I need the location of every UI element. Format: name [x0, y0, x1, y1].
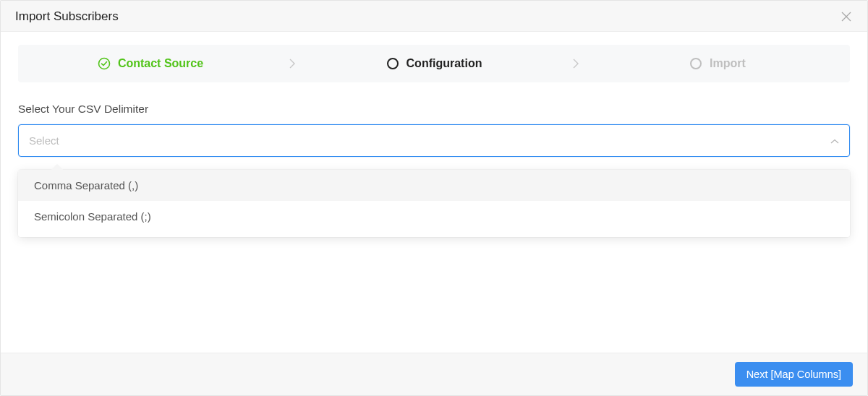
option-semicolon[interactable]: Semicolon Separated (;) — [18, 201, 850, 237]
stepper: Contact Source Configuration — [18, 45, 850, 82]
circle-icon — [386, 57, 399, 70]
option-label: Semicolon Separated (;) — [34, 210, 151, 223]
delimiter-select[interactable]: Select — [18, 124, 850, 157]
option-label: Comma Separated (,) — [34, 179, 138, 191]
chevron-right-icon — [566, 59, 585, 69]
modal-footer: Next [Map Columns] — [1, 353, 867, 395]
step-label: Configuration — [407, 57, 482, 70]
check-circle-icon — [98, 57, 111, 70]
next-button[interactable]: Next [Map Columns] — [735, 362, 853, 387]
step-configuration[interactable]: Configuration — [302, 57, 566, 70]
chevron-up-icon — [830, 134, 839, 147]
option-comma[interactable]: Comma Separated (,) — [18, 170, 850, 201]
delimiter-field-label: Select Your CSV Delimiter — [18, 103, 850, 116]
close-icon — [841, 12, 851, 22]
step-contact-source[interactable]: Contact Source — [18, 57, 283, 70]
step-import[interactable]: Import — [585, 57, 850, 70]
svg-point-3 — [388, 59, 398, 69]
import-subscribers-modal: Import Subscribers Contact Source — [0, 0, 868, 396]
close-button[interactable] — [840, 10, 853, 23]
chevron-right-icon — [283, 59, 302, 69]
step-label: Contact Source — [118, 57, 203, 70]
delimiter-select-wrap: Select Comma Separated (,) Semicolon Sep… — [18, 124, 850, 157]
modal-body: Contact Source Configuration — [1, 32, 867, 353]
modal-title: Import Subscribers — [15, 9, 119, 24]
circle-icon — [689, 57, 702, 70]
select-placeholder: Select — [29, 134, 59, 147]
modal-header: Import Subscribers — [1, 1, 867, 32]
svg-point-2 — [98, 59, 109, 69]
svg-point-4 — [691, 59, 701, 69]
step-label: Import — [710, 57, 746, 70]
delimiter-dropdown: Comma Separated (,) Semicolon Separated … — [18, 170, 850, 237]
